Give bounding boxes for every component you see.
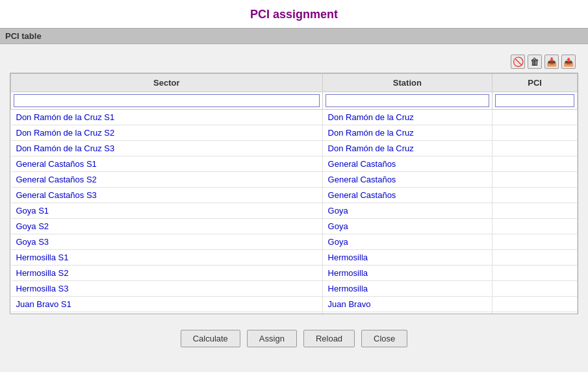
table-body: Don Ramón de la Cruz S1Don Ramón de la C… — [11, 110, 578, 314]
table-row[interactable]: Goya S1Goya — [11, 203, 578, 219]
cell-station: General Castaños — [322, 172, 492, 188]
cell-station: Juan Bravo — [322, 297, 492, 312]
cell-sector: Don Ramón de la Cruz S3 — [11, 141, 323, 156]
cell-station: Don Ramón de la Cruz — [322, 141, 492, 156]
table-row[interactable]: Hermosilla S3Hermosilla — [11, 281, 578, 297]
cell-pci — [492, 312, 578, 314]
toolbar: 🚫 🗑 📥 📤 — [10, 51, 578, 73]
filter-station-input[interactable] — [326, 94, 490, 107]
table-row[interactable]: Don Ramón de la Cruz S3Don Ramón de la C… — [11, 141, 578, 156]
table-header-row: Sector Station PCI — [11, 74, 578, 92]
import-button[interactable]: 📥 — [544, 55, 559, 69]
header-station: Station — [322, 74, 492, 92]
cell-station: Don Ramón de la Cruz — [322, 110, 492, 125]
delete-icon: 🗑 — [530, 56, 539, 67]
cell-station: General Castaños — [322, 156, 492, 172]
filter-sector-input[interactable] — [14, 94, 320, 107]
cell-pci — [492, 219, 578, 234]
table-row[interactable]: General Castaños S1General Castaños — [11, 156, 578, 172]
page-title: PCI assignment — [0, 0, 588, 28]
export-icon: 📤 — [563, 57, 574, 67]
cell-pci — [492, 203, 578, 219]
cell-sector: Juan Bravo S1 — [11, 297, 323, 312]
table-scroll[interactable]: Sector Station PCI — [10, 73, 578, 314]
cell-pci — [492, 250, 578, 266]
table-row[interactable]: Hermosilla S2Hermosilla — [11, 266, 578, 281]
cell-sector: Goya S3 — [11, 234, 323, 250]
cell-station: Hermosilla — [322, 266, 492, 281]
footer-buttons: Calculate Assign Reload Close — [0, 321, 588, 354]
table-row[interactable]: General Castaños S2General Castaños — [11, 172, 578, 188]
table-row[interactable]: Juan Bravo S1Juan Bravo — [11, 297, 578, 312]
table-row[interactable]: Don Ramón de la Cruz S1Don Ramón de la C… — [11, 110, 578, 125]
no-button[interactable]: 🚫 — [511, 55, 525, 69]
cell-sector: Don Ramón de la Cruz S2 — [11, 125, 323, 141]
cell-station: Goya — [322, 219, 492, 234]
cell-sector: General Castaños S3 — [11, 188, 323, 203]
cell-sector: Hermosilla S3 — [11, 281, 323, 297]
cell-pci — [492, 297, 578, 312]
table-row[interactable]: Hermosilla S1Hermosilla — [11, 250, 578, 266]
cell-station: Juan Bravo — [322, 312, 492, 314]
cell-station: General Castaños — [322, 188, 492, 203]
cell-sector: Goya S2 — [11, 219, 323, 234]
export-button[interactable]: 📤 — [561, 55, 576, 69]
table-row[interactable]: Goya S3Goya — [11, 234, 578, 250]
cell-sector: Goya S1 — [11, 203, 323, 219]
calculate-button[interactable]: Calculate — [181, 330, 240, 347]
no-icon: 🚫 — [513, 56, 524, 67]
section-bar: PCI table — [0, 28, 588, 44]
cell-station: Don Ramón de la Cruz — [322, 125, 492, 141]
cell-pci — [492, 172, 578, 188]
cell-sector: General Castaños S2 — [11, 172, 323, 188]
reload-button[interactable]: Reload — [303, 330, 355, 347]
table-row[interactable]: Goya S2Goya — [11, 219, 578, 234]
cell-pci — [492, 125, 578, 141]
table-row[interactable]: Juan Bravo S2Juan Bravo — [11, 312, 578, 314]
cell-pci — [492, 281, 578, 297]
close-button[interactable]: Close — [361, 330, 407, 347]
filter-pci-input[interactable] — [495, 94, 574, 107]
cell-station: Hermosilla — [322, 250, 492, 266]
cell-sector: Hermosilla S2 — [11, 266, 323, 281]
cell-pci — [492, 110, 578, 125]
cell-sector: Juan Bravo S2 — [11, 312, 323, 314]
cell-sector: Don Ramón de la Cruz S1 — [11, 110, 323, 125]
filter-row — [11, 92, 578, 110]
pci-table: Sector Station PCI — [10, 73, 578, 314]
header-pci: PCI — [492, 74, 578, 92]
import-icon: 📥 — [546, 57, 557, 67]
cell-sector: Hermosilla S1 — [11, 250, 323, 266]
header-sector: Sector — [11, 74, 323, 92]
cell-pci — [492, 141, 578, 156]
cell-station: Goya — [322, 203, 492, 219]
cell-pci — [492, 266, 578, 281]
cell-pci — [492, 156, 578, 172]
pci-table-wrapper: Sector Station PCI — [10, 73, 578, 314]
assign-button[interactable]: Assign — [247, 330, 297, 347]
cell-station: Goya — [322, 234, 492, 250]
cell-station: Hermosilla — [322, 281, 492, 297]
table-row[interactable]: Don Ramón de la Cruz S2Don Ramón de la C… — [11, 125, 578, 141]
main-container: 🚫 🗑 📥 📤 Sector Station PCI — [0, 44, 588, 321]
delete-button[interactable]: 🗑 — [528, 55, 542, 69]
table-row[interactable]: General Castaños S3General Castaños — [11, 188, 578, 203]
cell-pci — [492, 188, 578, 203]
cell-pci — [492, 234, 578, 250]
cell-sector: General Castaños S1 — [11, 156, 323, 172]
